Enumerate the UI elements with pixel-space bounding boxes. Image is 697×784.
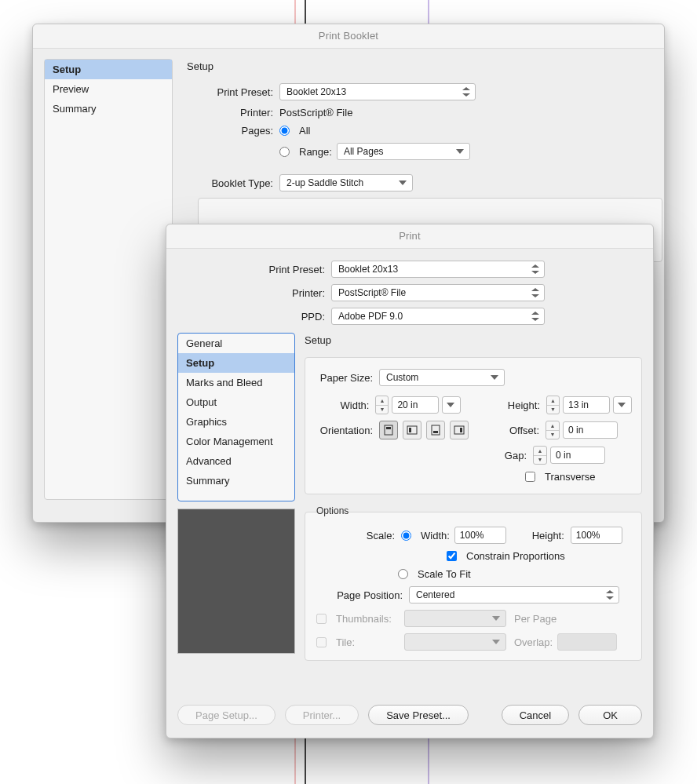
- label-per-page: Per Page: [514, 613, 557, 625]
- print-sidebar-summary[interactable]: Summary: [178, 471, 294, 490]
- stepper-width[interactable]: ▲▼: [375, 396, 389, 414]
- print-sidebar-setup[interactable]: Setup: [178, 353, 294, 373]
- select-width-unit[interactable]: [442, 396, 461, 414]
- booklet-sidebar-setup[interactable]: Setup: [45, 60, 172, 79]
- stepper-height[interactable]: ▲▼: [546, 396, 560, 414]
- title-print: Print: [166, 224, 653, 249]
- svg-rect-0: [385, 425, 392, 435]
- label-ppd: PPD:: [229, 311, 331, 323]
- label-pages: Pages:: [187, 125, 279, 137]
- select-booklet-type[interactable]: 2-up Saddle Stitch: [279, 174, 413, 191]
- print-sidebar-graphics[interactable]: Graphics: [178, 412, 294, 432]
- select-page-range[interactable]: All Pages: [337, 143, 470, 160]
- input-gap[interactable]: [550, 447, 605, 464]
- select-height-unit[interactable]: [613, 396, 632, 414]
- orientation-landscape-right[interactable]: [450, 421, 469, 439]
- select-thumbnails: [404, 610, 506, 627]
- print-sidebar-color[interactable]: Color Management: [178, 432, 294, 451]
- booklet-sidebar: Setup Preview Summary: [44, 59, 173, 500]
- select-paper-size[interactable]: Custom: [379, 369, 505, 386]
- svg-rect-5: [433, 431, 438, 433]
- label-width: Width:: [315, 399, 375, 411]
- button-printer: Printer...: [285, 705, 359, 725]
- input-width[interactable]: [392, 396, 439, 414]
- label-gap: Gap:: [480, 450, 533, 461]
- input-scale-height[interactable]: [571, 527, 622, 544]
- label-print-preset2: Print Preset:: [229, 264, 331, 275]
- label-printer2: Printer:: [229, 287, 331, 299]
- fieldset-options: Options Scale: Width: Height: Constrain …: [305, 512, 642, 661]
- label-overlap: Overlap:: [514, 636, 553, 648]
- button-cancel[interactable]: Cancel: [502, 705, 569, 725]
- label-print-preset: Print Preset:: [187, 86, 279, 98]
- print-heading: Setup: [305, 334, 642, 346]
- svg-rect-4: [432, 425, 440, 435]
- orientation-portrait-flip[interactable]: [426, 421, 445, 439]
- label-page-position: Page Position:: [315, 589, 409, 601]
- orientation-group: [379, 421, 469, 439]
- button-page-setup: Page Setup...: [177, 705, 276, 725]
- label-booklet-type: Booklet Type:: [187, 177, 279, 189]
- check-tile: Tile:: [315, 636, 404, 648]
- print-sidebar-marks[interactable]: Marks and Bleed: [178, 373, 294, 392]
- select-print-preset[interactable]: Booklet 20x13: [279, 83, 476, 100]
- print-preview: [177, 509, 295, 654]
- input-offset[interactable]: [563, 421, 618, 439]
- select-page-position[interactable]: Centered: [409, 586, 619, 603]
- value-printer: PostScript® File: [279, 107, 352, 119]
- print-sidebar-advanced[interactable]: Advanced: [178, 451, 294, 471]
- orientation-landscape-left[interactable]: [403, 421, 421, 439]
- button-ok[interactable]: OK: [578, 705, 642, 725]
- print-sidebar-general[interactable]: General: [178, 334, 294, 353]
- select-tile: [404, 633, 506, 651]
- select-printer[interactable]: PostScript® File: [331, 284, 545, 301]
- print-sidebar: General Setup Marks and Bleed Output Gra…: [177, 333, 295, 501]
- label-orientation: Orientation:: [315, 425, 379, 436]
- dialog-print: Print Print Preset: Booklet 20x13 Printe…: [166, 224, 654, 738]
- svg-rect-6: [454, 426, 464, 434]
- fieldset-paper: Paper Size: Custom Width: ▲▼ Height: ▲▼ …: [305, 357, 642, 494]
- check-constrain[interactable]: Constrain Proportions: [447, 550, 565, 562]
- booklet-heading: Setup: [187, 60, 650, 72]
- legend-options: Options: [313, 505, 352, 516]
- input-overlap: [557, 633, 617, 651]
- print-sidebar-output[interactable]: Output: [178, 392, 294, 412]
- input-scale-width[interactable]: [454, 527, 506, 544]
- label-scale-height: Height:: [519, 530, 571, 542]
- label-paper-size: Paper Size:: [315, 372, 379, 384]
- print-buttons: Page Setup... Printer... Save Preset... …: [177, 705, 642, 725]
- orientation-portrait[interactable]: [379, 421, 398, 439]
- stepper-gap[interactable]: ▲▼: [533, 446, 547, 465]
- svg-rect-2: [407, 426, 417, 434]
- title-print-booklet: Print Booklet: [33, 24, 664, 49]
- check-thumbnails: Thumbnails:: [315, 613, 404, 625]
- radio-scale-width[interactable]: Width:: [401, 530, 450, 542]
- select-ppd[interactable]: Adobe PDF 9.0: [331, 308, 545, 325]
- svg-rect-1: [386, 427, 391, 429]
- label-scale: Scale:: [315, 530, 401, 542]
- svg-rect-7: [460, 428, 462, 432]
- button-save-preset[interactable]: Save Preset...: [368, 705, 469, 725]
- stepper-offset[interactable]: ▲▼: [546, 421, 560, 439]
- label-printer: Printer:: [187, 107, 279, 119]
- radio-scale-to-fit[interactable]: Scale To Fit: [398, 568, 471, 580]
- check-transverse[interactable]: Transverse: [525, 471, 596, 483]
- booklet-sidebar-preview[interactable]: Preview: [45, 79, 172, 99]
- radio-pages-range[interactable]: Range:: [279, 146, 332, 158]
- label-offset: Offset:: [492, 425, 546, 436]
- print-top: Print Preset: Booklet 20x13 Printer: Pos…: [166, 261, 653, 331]
- radio-pages-all[interactable]: All: [279, 125, 310, 137]
- label-height: Height:: [475, 399, 546, 411]
- booklet-sidebar-summary[interactable]: Summary: [45, 99, 172, 119]
- select-print-preset2[interactable]: Booklet 20x13: [331, 261, 545, 278]
- print-main: Setup Paper Size: Custom Width: ▲▼ Heigh…: [305, 334, 642, 661]
- input-height[interactable]: [563, 396, 610, 414]
- svg-rect-3: [409, 428, 411, 432]
